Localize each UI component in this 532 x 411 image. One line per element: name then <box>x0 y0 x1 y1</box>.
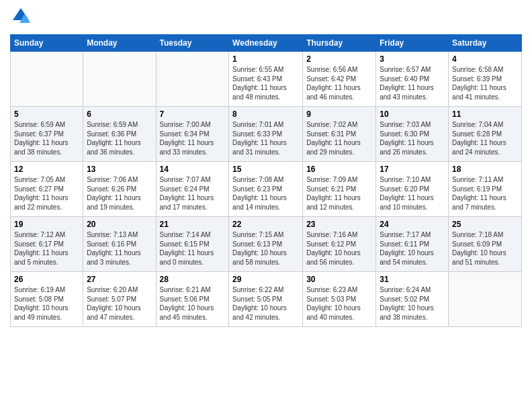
header <box>10 7 522 29</box>
day-number: 16 <box>306 165 372 174</box>
week-row-4: 19Sunrise: 7:12 AMSunset: 6:17 PMDayligh… <box>11 217 522 272</box>
calendar-cell: 25Sunrise: 7:18 AMSunset: 6:09 PMDayligh… <box>449 217 522 272</box>
day-number: 28 <box>160 275 226 284</box>
calendar-cell: 26Sunrise: 6:19 AMSunset: 5:08 PMDayligh… <box>11 272 83 327</box>
day-number: 21 <box>160 220 226 229</box>
calendar-cell: 18Sunrise: 7:11 AMSunset: 6:19 PMDayligh… <box>449 162 522 217</box>
day-info: Sunrise: 6:24 AMSunset: 5:02 PMDaylight:… <box>380 285 445 322</box>
day-info: Sunrise: 7:11 AMSunset: 6:19 PMDaylight:… <box>452 175 518 212</box>
day-number: 17 <box>380 165 445 174</box>
weekday-wednesday: Wednesday <box>229 35 303 52</box>
calendar-cell <box>156 52 229 107</box>
page-container: SundayMondayTuesdayWednesdayThursdayFrid… <box>0 0 532 334</box>
calendar-cell: 15Sunrise: 7:08 AMSunset: 6:23 PMDayligh… <box>229 162 303 217</box>
day-number: 10 <box>380 109 445 119</box>
day-number: 23 <box>306 220 372 229</box>
day-number: 14 <box>160 165 226 174</box>
day-number: 18 <box>452 165 518 174</box>
day-number: 31 <box>380 275 445 284</box>
day-info: Sunrise: 7:02 AMSunset: 6:31 PMDaylight:… <box>306 120 372 156</box>
calendar-cell <box>83 52 156 107</box>
calendar-cell: 31Sunrise: 6:24 AMSunset: 5:02 PMDayligh… <box>376 272 449 327</box>
day-number: 3 <box>380 54 445 64</box>
weekday-friday: Friday <box>376 35 449 52</box>
calendar-cell: 7Sunrise: 7:00 AMSunset: 6:34 PMDaylight… <box>156 107 229 162</box>
day-info: Sunrise: 7:16 AMSunset: 6:12 PMDaylight:… <box>306 230 372 267</box>
day-info: Sunrise: 7:17 AMSunset: 6:11 PMDaylight:… <box>380 230 445 267</box>
day-number: 25 <box>452 220 518 229</box>
calendar-cell: 29Sunrise: 6:22 AMSunset: 5:05 PMDayligh… <box>229 272 303 327</box>
calendar-cell: 19Sunrise: 7:12 AMSunset: 6:17 PMDayligh… <box>11 217 83 272</box>
day-info: Sunrise: 6:55 AMSunset: 6:43 PMDaylight:… <box>232 65 299 101</box>
day-number: 9 <box>306 109 372 119</box>
day-info: Sunrise: 6:59 AMSunset: 6:37 PMDaylight:… <box>14 120 79 156</box>
day-info: Sunrise: 7:14 AMSunset: 6:15 PMDaylight:… <box>160 230 226 267</box>
logo-text <box>10 7 30 29</box>
day-info: Sunrise: 7:13 AMSunset: 6:16 PMDaylight:… <box>87 230 152 267</box>
calendar-cell: 17Sunrise: 7:10 AMSunset: 6:20 PMDayligh… <box>376 162 449 217</box>
day-info: Sunrise: 6:23 AMSunset: 5:03 PMDaylight:… <box>306 285 372 322</box>
day-info: Sunrise: 6:19 AMSunset: 5:08 PMDaylight:… <box>14 285 79 322</box>
day-info: Sunrise: 6:57 AMSunset: 6:40 PMDaylight:… <box>380 65 445 101</box>
weekday-header-row: SundayMondayTuesdayWednesdayThursdayFrid… <box>11 35 522 52</box>
day-number: 29 <box>232 275 299 284</box>
day-number: 20 <box>87 220 152 229</box>
day-info: Sunrise: 7:12 AMSunset: 6:17 PMDaylight:… <box>14 230 79 267</box>
day-number: 8 <box>232 109 299 119</box>
day-number: 6 <box>87 109 152 119</box>
calendar-cell: 16Sunrise: 7:09 AMSunset: 6:21 PMDayligh… <box>303 162 376 217</box>
day-info: Sunrise: 7:15 AMSunset: 6:13 PMDaylight:… <box>232 230 299 267</box>
day-info: Sunrise: 7:18 AMSunset: 6:09 PMDaylight:… <box>452 230 518 267</box>
day-number: 1 <box>232 54 299 64</box>
day-number: 15 <box>232 165 299 174</box>
day-number: 4 <box>452 54 518 64</box>
day-info: Sunrise: 7:00 AMSunset: 6:34 PMDaylight:… <box>160 120 226 156</box>
weekday-saturday: Saturday <box>449 35 522 52</box>
day-info: Sunrise: 7:09 AMSunset: 6:21 PMDaylight:… <box>306 175 372 212</box>
calendar-cell: 6Sunrise: 6:59 AMSunset: 6:36 PMDaylight… <box>83 107 156 162</box>
day-info: Sunrise: 6:21 AMSunset: 5:06 PMDaylight:… <box>160 285 226 322</box>
day-info: Sunrise: 6:56 AMSunset: 6:42 PMDaylight:… <box>306 65 372 101</box>
day-number: 27 <box>87 275 152 284</box>
week-row-1: 1Sunrise: 6:55 AMSunset: 6:43 PMDaylight… <box>11 52 522 107</box>
day-info: Sunrise: 7:07 AMSunset: 6:24 PMDaylight:… <box>160 175 226 212</box>
day-info: Sunrise: 7:01 AMSunset: 6:33 PMDaylight:… <box>232 120 299 156</box>
day-number: 7 <box>160 109 226 119</box>
day-number: 2 <box>306 54 372 64</box>
calendar-table: SundayMondayTuesdayWednesdayThursdayFrid… <box>10 34 522 327</box>
calendar-cell: 4Sunrise: 6:58 AMSunset: 6:39 PMDaylight… <box>449 52 522 107</box>
weekday-tuesday: Tuesday <box>156 35 229 52</box>
day-number: 19 <box>14 220 79 229</box>
day-number: 30 <box>306 275 372 284</box>
day-info: Sunrise: 7:10 AMSunset: 6:20 PMDaylight:… <box>380 175 445 212</box>
calendar-cell: 22Sunrise: 7:15 AMSunset: 6:13 PMDayligh… <box>229 217 303 272</box>
weekday-thursday: Thursday <box>303 35 376 52</box>
calendar-cell: 24Sunrise: 7:17 AMSunset: 6:11 PMDayligh… <box>376 217 449 272</box>
calendar-cell: 10Sunrise: 7:03 AMSunset: 6:30 PMDayligh… <box>376 107 449 162</box>
calendar-cell: 28Sunrise: 6:21 AMSunset: 5:06 PMDayligh… <box>156 272 229 327</box>
day-info: Sunrise: 7:05 AMSunset: 6:27 PMDaylight:… <box>14 175 79 212</box>
weekday-monday: Monday <box>83 35 156 52</box>
calendar-cell: 5Sunrise: 6:59 AMSunset: 6:37 PMDaylight… <box>11 107 83 162</box>
calendar-cell: 1Sunrise: 6:55 AMSunset: 6:43 PMDaylight… <box>229 52 303 107</box>
calendar-cell: 23Sunrise: 7:16 AMSunset: 6:12 PMDayligh… <box>303 217 376 272</box>
calendar-cell: 13Sunrise: 7:06 AMSunset: 6:26 PMDayligh… <box>83 162 156 217</box>
day-info: Sunrise: 7:06 AMSunset: 6:26 PMDaylight:… <box>87 175 152 212</box>
calendar-cell: 27Sunrise: 6:20 AMSunset: 5:07 PMDayligh… <box>83 272 156 327</box>
day-number: 5 <box>14 109 79 119</box>
calendar-cell: 20Sunrise: 7:13 AMSunset: 6:16 PMDayligh… <box>83 217 156 272</box>
day-number: 24 <box>380 220 445 229</box>
week-row-3: 12Sunrise: 7:05 AMSunset: 6:27 PMDayligh… <box>11 162 522 217</box>
calendar-cell <box>449 272 522 327</box>
day-info: Sunrise: 7:04 AMSunset: 6:28 PMDaylight:… <box>452 120 518 156</box>
calendar-cell: 12Sunrise: 7:05 AMSunset: 6:27 PMDayligh… <box>11 162 83 217</box>
day-info: Sunrise: 6:58 AMSunset: 6:39 PMDaylight:… <box>452 65 518 101</box>
day-number: 11 <box>452 109 518 119</box>
calendar-cell: 30Sunrise: 6:23 AMSunset: 5:03 PMDayligh… <box>303 272 376 327</box>
calendar-cell: 9Sunrise: 7:02 AMSunset: 6:31 PMDaylight… <box>303 107 376 162</box>
day-info: Sunrise: 6:59 AMSunset: 6:36 PMDaylight:… <box>87 120 152 156</box>
logo-icon <box>11 7 30 26</box>
weekday-sunday: Sunday <box>11 35 83 52</box>
day-number: 22 <box>232 220 299 229</box>
calendar-cell: 14Sunrise: 7:07 AMSunset: 6:24 PMDayligh… <box>156 162 229 217</box>
